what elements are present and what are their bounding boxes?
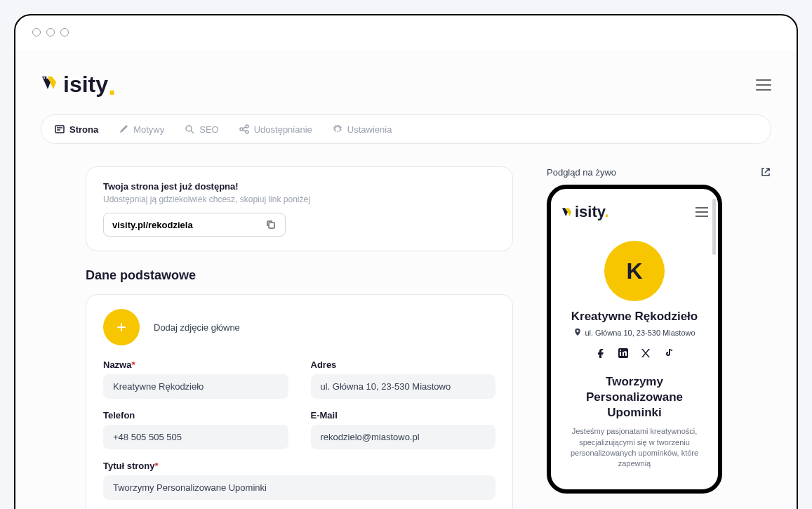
page-icon — [54, 124, 65, 135]
svg-line-9 — [243, 130, 246, 131]
adres-label: Adres — [311, 359, 496, 370]
nazwa-input[interactable] — [103, 374, 288, 399]
topbar: isity. — [41, 72, 771, 98]
avatar: K — [604, 241, 665, 301]
tab-label: Ustawienia — [347, 124, 392, 135]
address-row: ul. Główna 10, 23-530 Miastowo — [561, 328, 708, 338]
facebook-icon[interactable] — [595, 348, 606, 359]
phone-preview: isity. K Kreatywne Rękodzieło — [547, 185, 722, 494]
tab-label: Motywy — [133, 124, 164, 135]
preview-menu-icon[interactable] — [695, 207, 708, 217]
share-url: visity.pl/rekodziela — [112, 220, 193, 230]
photo-label: Dodaj zdjęcie główne — [154, 322, 240, 333]
svg-point-7 — [246, 131, 248, 133]
nazwa-label: Nazwa* — [103, 359, 288, 370]
tab-bar: Strona Motywy SEO Udostępnianie — [41, 114, 771, 144]
menu-button[interactable] — [756, 79, 771, 91]
tiktok-icon[interactable] — [663, 348, 674, 359]
linkedin-icon[interactable] — [618, 348, 629, 359]
preview-logo: isity. — [561, 203, 609, 221]
preview-title: Podgląd na żywo — [547, 167, 616, 178]
svg-rect-0 — [55, 126, 64, 133]
slogan: Tworzymy Personalizowane Upominki — [561, 374, 708, 421]
svg-line-8 — [243, 127, 246, 128]
tab-seo[interactable]: SEO — [184, 124, 218, 135]
brush-icon — [118, 124, 129, 135]
business-name: Kreatywne Rękodzieło — [561, 310, 708, 324]
share-icon — [239, 124, 250, 135]
tab-label: Strona — [69, 124, 98, 135]
svg-point-3 — [186, 126, 192, 131]
share-link-box: visity.pl/rekodziela — [103, 213, 286, 237]
description: Jesteśmy pasjonatami kreatywności, specj… — [561, 426, 708, 470]
scrollbar[interactable] — [712, 199, 716, 255]
adres-input[interactable] — [311, 374, 496, 399]
tab-label: Udostępnianie — [254, 124, 312, 135]
logo-mark-icon — [41, 72, 60, 98]
tab-strona[interactable]: Strona — [54, 124, 98, 135]
svg-point-6 — [246, 125, 248, 128]
section-title: Dane podstawowe — [86, 268, 513, 283]
brand-logo[interactable]: isity. — [41, 72, 116, 98]
copy-icon[interactable] — [265, 219, 277, 230]
plus-icon: + — [117, 317, 126, 337]
maximize-dot[interactable] — [60, 28, 69, 37]
share-title: Twoja strona jest już dostępna! — [103, 181, 495, 192]
gear-icon — [332, 124, 343, 135]
window-controls — [32, 28, 69, 37]
telefon-label: Telefon — [103, 410, 288, 421]
svg-rect-12 — [620, 352, 621, 356]
tab-ustawienia[interactable]: Ustawienia — [332, 124, 392, 135]
open-external-icon[interactable] — [760, 166, 771, 178]
pin-icon — [573, 328, 582, 338]
close-dot[interactable] — [32, 28, 41, 37]
minimize-dot[interactable] — [46, 28, 55, 37]
social-row — [561, 348, 708, 359]
svg-rect-10 — [269, 223, 274, 228]
telefon-input[interactable] — [103, 425, 288, 449]
search-icon — [184, 124, 195, 135]
address-text: ul. Główna 10, 23-530 Miastowo — [585, 329, 695, 337]
x-icon[interactable] — [640, 348, 651, 359]
tab-udostepnianie[interactable]: Udostępnianie — [239, 124, 312, 135]
avatar-letter: K — [626, 258, 642, 284]
add-photo-button[interactable]: + — [103, 309, 140, 345]
svg-line-4 — [191, 131, 194, 133]
share-subtitle: Udostępniaj ją gdziekolwiek chcesz, skop… — [103, 194, 495, 204]
svg-point-5 — [240, 128, 243, 131]
browser-window: isity. Strona Motywy — [14, 14, 798, 509]
form-card: + Dodaj zdjęcie główne Nazwa* Adres — [86, 294, 513, 509]
email-input[interactable] — [311, 425, 496, 449]
tytul-label: Tytuł strony* — [103, 461, 495, 471]
email-label: E-Mail — [311, 410, 496, 421]
share-card: Twoja strona jest już dostępna! Udostępn… — [86, 166, 513, 251]
tab-motywy[interactable]: Motywy — [118, 124, 164, 135]
tytul-input[interactable] — [103, 475, 495, 500]
tab-label: SEO — [199, 124, 218, 135]
brand-name: isity — [63, 72, 108, 98]
svg-point-13 — [620, 350, 621, 351]
